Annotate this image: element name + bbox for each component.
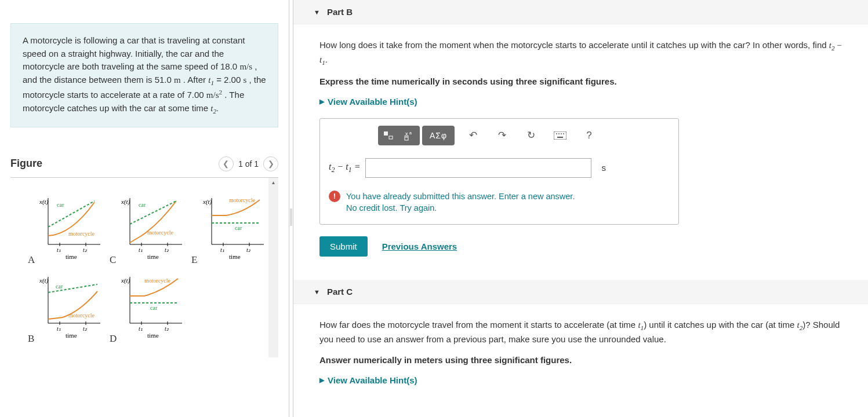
answer-label: t2 − t1 =: [329, 162, 361, 174]
svg-point-62: [556, 133, 557, 134]
part-c-header[interactable]: ▼ Part C: [293, 280, 868, 304]
figure-prev-button[interactable]: ❮: [219, 156, 234, 171]
svg-text:t₂: t₂: [165, 247, 169, 253]
submit-button[interactable]: Submit: [319, 236, 368, 257]
graph-E-svg: x(t) motorcycle car t₁ t₂ time: [203, 195, 267, 262]
svg-text:t₁: t₁: [139, 325, 143, 332]
svg-text:time: time: [147, 332, 159, 339]
svg-text:car: car: [56, 283, 63, 290]
graph-label-A: A: [28, 254, 35, 266]
svg-text:t₂: t₂: [246, 247, 251, 253]
figure-section: Figure ❮ 1 of 1 ❯ A x(t): [10, 156, 278, 357]
svg-text:x(t): x(t): [121, 198, 130, 206]
problem-text: . After: [181, 75, 209, 85]
svg-point-64: [561, 133, 562, 134]
caret-down-icon: ▼: [314, 9, 320, 16]
graphs-grid: A x(t) car motorcycle t₁ t₂ time: [10, 189, 278, 349]
svg-text:t₁: t₁: [139, 247, 143, 253]
keyboard-button[interactable]: [550, 126, 571, 145]
svg-text:t₂: t₂: [83, 325, 88, 332]
question-text: How long does it take from the moment wh…: [319, 40, 829, 50]
graph-D-svg: x(t) motorcycle car t₁ t₂ time: [121, 274, 185, 341]
action-row: Submit Previous Answers: [319, 236, 842, 257]
graph-E: E x(t) motorcycle car t₁ t₂ time: [191, 195, 270, 270]
svg-line-14: [130, 201, 176, 224]
left-panel: A motorcycle is following a car that is …: [0, 0, 289, 417]
var-t1: t1: [208, 75, 214, 85]
hints-label: View Available Hint(s): [328, 375, 417, 385]
graph-A-svg: x(t) car motorcycle t₁ t₂ time: [39, 195, 103, 262]
figure-scrollbar[interactable]: ▲: [268, 178, 278, 357]
answer-unit: s: [602, 163, 606, 173]
graph-label-C: C: [110, 254, 116, 266]
figure-nav: ❮ 1 of 1 ❯: [219, 156, 278, 171]
var-t1: t1: [638, 320, 644, 330]
svg-text:motorcycle: motorcycle: [68, 231, 95, 237]
svg-text:t₁: t₁: [57, 325, 61, 332]
previous-answers-link[interactable]: Previous Answers: [382, 242, 457, 251]
graph-label-E: E: [191, 254, 197, 266]
help-button[interactable]: ?: [579, 126, 600, 145]
question-text: How far does the motorcycle travel from …: [319, 320, 638, 330]
view-hints-button[interactable]: ▶ View Available Hint(s): [319, 375, 842, 385]
svg-rect-66: [557, 137, 563, 138]
part-b-header[interactable]: ▼ Part B: [293, 0, 868, 24]
graph-B: B x(t) car motorcycle t₁ t₂ time: [28, 274, 106, 349]
graph-C-svg: x(t) car motorcycle t₁ t₂ time: [121, 195, 185, 262]
svg-text:car: car: [57, 202, 64, 208]
svg-text:x(t): x(t): [39, 198, 49, 206]
svg-text:time: time: [229, 253, 241, 260]
app-root: A motorcycle is following a car that is …: [0, 0, 868, 417]
graph-D: D x(t) motorcycle car t₁ t₂ time: [110, 274, 188, 349]
graph-B-svg: x(t) car motorcycle t₁ t₂ time: [39, 274, 103, 341]
svg-text:time: time: [147, 253, 159, 260]
svg-text:car: car: [139, 202, 146, 208]
reset-button[interactable]: ↻: [521, 126, 542, 145]
figure-header: Figure ❮ 1 of 1 ❯: [10, 156, 278, 178]
svg-point-63: [558, 133, 560, 134]
svg-text:time: time: [66, 332, 77, 339]
figure-title: Figure: [10, 158, 42, 170]
problem-text: A motorcycle is following a car that is …: [23, 35, 245, 71]
fraction-icon: xa: [404, 130, 415, 141]
fraction-button[interactable]: xa: [399, 126, 420, 145]
undo-button[interactable]: ↶: [463, 126, 484, 145]
redo-button[interactable]: ↷: [492, 126, 513, 145]
var-t2: t2: [210, 104, 216, 113]
caret-right-icon: ▶: [319, 98, 324, 105]
view-hints-button[interactable]: ▶ View Available Hint(s): [319, 97, 842, 107]
svg-rect-60: [405, 137, 408, 140]
feedback-row: ! You have already submitted this answer…: [320, 191, 678, 225]
answer-toolbar: xa ΑΣφ ↶ ↷ ↻ ?: [320, 119, 678, 152]
graph-C: C x(t) car motorcycle t₁ t₂ time: [110, 195, 188, 270]
svg-text:car: car: [235, 225, 242, 231]
problem-statement: A motorcycle is following a car that is …: [10, 23, 278, 127]
question-text: ) until it catches up with the car (at t…: [644, 320, 797, 330]
svg-text:t₁: t₁: [220, 247, 224, 253]
scroll-up-icon[interactable]: ▲: [268, 178, 278, 188]
answer-box: xa ΑΣφ ↶ ↷ ↻ ? t2 − t1 =: [319, 118, 679, 225]
svg-text:t₂: t₂: [165, 325, 169, 332]
part-c-question: How far does the motorcycle travel from …: [319, 319, 842, 346]
problem-text: .: [216, 103, 219, 113]
greek-button[interactable]: ΑΣφ: [422, 126, 455, 145]
svg-text:x(t): x(t): [203, 198, 212, 206]
var-t2: t2: [797, 320, 802, 330]
svg-rect-55: [384, 131, 388, 136]
unit-ms: m/s: [239, 62, 252, 71]
part-b-instruction: Express the time numerically in seconds …: [319, 76, 842, 86]
svg-text:motorcycle: motorcycle: [147, 229, 174, 236]
graph-A: A x(t) car motorcycle t₁ t₂ time: [28, 195, 106, 270]
answer-input[interactable]: [365, 158, 591, 178]
part-b-title: Part B: [327, 7, 353, 17]
feedback-text: You have already submitted this answer. …: [346, 191, 575, 214]
template-button[interactable]: [378, 126, 399, 145]
figure-next-button[interactable]: ❯: [263, 156, 278, 171]
tool-group-format: xa: [378, 126, 420, 145]
expr-t2: t2: [829, 41, 835, 50]
panel-divider[interactable]: [289, 0, 293, 417]
svg-line-3: [48, 201, 95, 227]
problem-text: = 2.00: [214, 75, 243, 85]
svg-text:motorcycle: motorcycle: [68, 312, 95, 319]
keyboard-icon: [554, 131, 566, 140]
